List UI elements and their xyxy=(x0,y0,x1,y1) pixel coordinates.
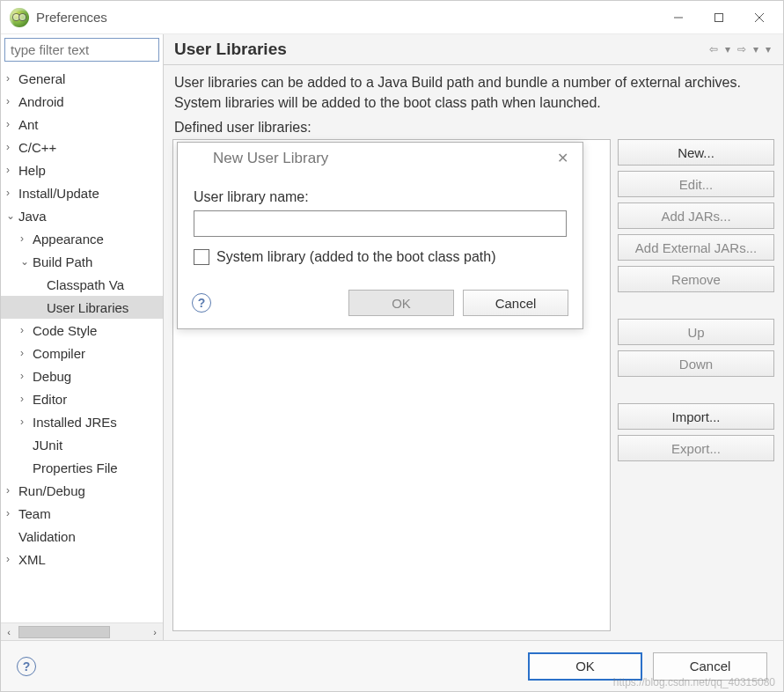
dialog-ok-button[interactable]: OK xyxy=(348,290,454,316)
tree-item-label: Java xyxy=(18,209,47,224)
remove-button[interactable]: Remove xyxy=(618,266,774,292)
dialog-cancel-button[interactable]: Cancel xyxy=(463,290,568,316)
tree-item-label: General xyxy=(18,71,65,86)
tree-item[interactable]: ›Team xyxy=(1,502,163,525)
system-library-label: System library (added to the boot class … xyxy=(216,249,496,265)
tree-item[interactable]: ›Code Style xyxy=(1,319,163,342)
system-library-checkbox[interactable] xyxy=(194,249,209,265)
dialog-footer: ? OK Cancel xyxy=(178,279,583,328)
import-button[interactable]: Import... xyxy=(618,403,774,430)
dialog-help-icon[interactable]: ? xyxy=(192,293,211,313)
tree-item[interactable]: ›Editor xyxy=(1,387,163,410)
tree-item-label: User Libraries xyxy=(47,300,128,315)
chevron-right-icon[interactable]: › xyxy=(6,72,18,85)
tree-item-label: Editor xyxy=(33,392,67,407)
tree-item[interactable]: ›Appearance xyxy=(1,227,163,250)
tree-item-label: Install/Update xyxy=(18,186,99,201)
tree-item[interactable]: ⌄Java xyxy=(1,204,163,227)
horizontal-scrollbar[interactable]: ‹ › xyxy=(1,622,163,640)
chevron-right-icon[interactable]: › xyxy=(6,187,18,199)
chevron-right-icon[interactable]: › xyxy=(6,553,18,565)
main-panel: User Libraries ⇦▾ ⇨▾ ▾ User libraries ca… xyxy=(164,34,783,640)
chevron-right-icon[interactable]: › xyxy=(20,370,33,382)
up-button[interactable]: Up xyxy=(618,319,774,345)
chevron-right-icon[interactable]: › xyxy=(6,118,18,130)
add-jars-button[interactable]: Add JARs... xyxy=(618,202,774,229)
library-name-input[interactable] xyxy=(194,210,567,237)
footer-help-icon[interactable]: ? xyxy=(17,657,36,676)
down-button[interactable]: Down xyxy=(618,350,774,377)
footer-ok-button[interactable]: OK xyxy=(528,652,642,681)
back-icon[interactable]: ⇦ xyxy=(707,43,720,55)
tree-item[interactable]: ⌄Build Path xyxy=(1,250,163,273)
chevron-right-icon[interactable]: › xyxy=(6,507,18,519)
footer: ? OK Cancel xyxy=(1,640,783,691)
tree-item[interactable]: ›Android xyxy=(1,90,163,113)
chevron-right-icon[interactable]: › xyxy=(20,232,33,245)
tree-item[interactable]: Validation xyxy=(1,525,163,548)
new-user-library-dialog: New User Library ✕ User library name: Sy… xyxy=(177,142,583,329)
tree-item[interactable]: ›Ant xyxy=(1,113,163,136)
tree-item[interactable]: Properties File xyxy=(1,456,163,479)
chevron-right-icon[interactable]: › xyxy=(6,141,18,153)
scroll-right-icon[interactable]: › xyxy=(147,627,163,637)
page-description: User libraries can be added to a Java Bu… xyxy=(164,65,783,120)
scroll-track[interactable] xyxy=(17,625,147,639)
preferences-tree[interactable]: ›General›Android›Ant›C/C++›Help›Install/… xyxy=(1,65,163,622)
user-libraries-list[interactable]: › New User Library ✕ User library name: xyxy=(172,139,611,631)
chevron-right-icon[interactable]: › xyxy=(6,164,18,176)
tree-item[interactable]: ›Debug xyxy=(1,364,163,387)
nav-history: ⇦▾ ⇨▾ ▾ xyxy=(707,43,773,55)
tree-item-label: JUnit xyxy=(33,438,62,453)
dialog-logo-icon xyxy=(187,149,206,168)
chevron-down-icon[interactable]: ⌄ xyxy=(6,210,18,222)
main-header: User Libraries ⇦▾ ⇨▾ ▾ xyxy=(164,34,783,65)
page-title: User Libraries xyxy=(174,40,707,59)
window-title: Preferences xyxy=(36,10,658,25)
chevron-right-icon[interactable]: › xyxy=(20,324,33,336)
system-library-row[interactable]: System library (added to the boot class … xyxy=(194,249,567,265)
titlebar: Preferences xyxy=(1,1,783,34)
tree-item[interactable]: JUnit xyxy=(1,433,163,456)
tree-item[interactable]: ›General xyxy=(1,67,163,90)
tree-item[interactable]: ›Help xyxy=(1,158,163,181)
filter-input[interactable] xyxy=(4,38,159,62)
tree-item-label: Help xyxy=(18,163,46,178)
new-button[interactable]: New... xyxy=(618,139,774,166)
edit-button[interactable]: Edit... xyxy=(618,171,774,197)
chevron-down-icon[interactable]: ⌄ xyxy=(20,255,33,268)
tree-item-label: Run/Debug xyxy=(18,483,85,498)
export-button[interactable]: Export... xyxy=(618,435,774,461)
chevron-right-icon[interactable]: › xyxy=(6,484,18,497)
tree-item[interactable]: ›C/C++ xyxy=(1,136,163,158)
library-name-label: User library name: xyxy=(194,189,567,205)
menu-dropdown-icon[interactable]: ▾ xyxy=(764,43,773,55)
add-external-jars-button[interactable]: Add External JARs... xyxy=(618,234,774,261)
chevron-right-icon[interactable]: › xyxy=(6,95,18,107)
tree-item-label: Installed JREs xyxy=(33,415,117,430)
maximize-button[interactable] xyxy=(699,4,739,32)
tree-item[interactable]: ›Run/Debug xyxy=(1,479,163,502)
forward-dropdown-icon[interactable]: ▾ xyxy=(751,43,760,55)
side-button-column: New... Edit... Add JARs... Add External … xyxy=(618,139,774,631)
close-button[interactable] xyxy=(739,4,780,32)
footer-cancel-button[interactable]: Cancel xyxy=(653,652,767,681)
tree-item[interactable]: Classpath Va xyxy=(1,273,163,296)
dialog-close-icon[interactable]: ✕ xyxy=(552,148,574,168)
tree-item-label: Android xyxy=(18,94,64,109)
chevron-right-icon[interactable]: › xyxy=(20,347,33,359)
chevron-right-icon[interactable]: › xyxy=(20,393,33,405)
tree-item[interactable]: ›Install/Update xyxy=(1,181,163,204)
chevron-right-icon[interactable]: › xyxy=(20,416,33,428)
minimize-button[interactable] xyxy=(658,4,699,32)
back-dropdown-icon[interactable]: ▾ xyxy=(723,43,732,55)
tree-item[interactable]: ›XML xyxy=(1,548,163,571)
tree-item[interactable]: ›Installed JREs xyxy=(1,410,163,433)
tree-item-label: Classpath Va xyxy=(47,277,124,292)
scroll-left-icon[interactable]: ‹ xyxy=(1,627,17,637)
tree-item[interactable]: ›Compiler xyxy=(1,342,163,364)
tree-item-label: Team xyxy=(18,506,51,521)
tree-item[interactable]: User Libraries xyxy=(1,296,163,319)
forward-icon[interactable]: ⇨ xyxy=(736,43,748,55)
scroll-thumb[interactable] xyxy=(18,626,110,638)
